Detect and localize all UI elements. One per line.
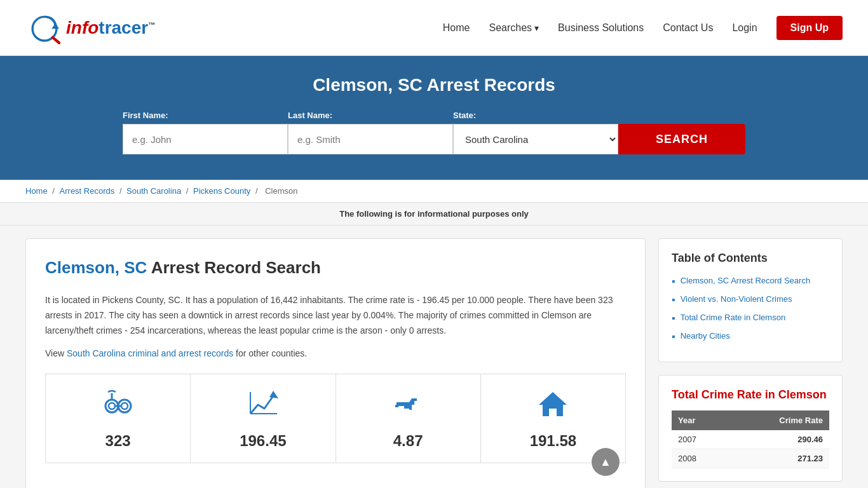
house-icon — [536, 387, 569, 426]
state-label: State: — [453, 111, 476, 120]
toc-link[interactable]: Clemson, SC Arrest Record Search — [681, 275, 810, 287]
crime-rate-box: Total Crime Rate in Clemson Year Crime R… — [658, 375, 843, 482]
toc-item: ▪Clemson, SC Arrest Record Search — [672, 275, 829, 287]
toc-items: ▪Clemson, SC Arrest Record Search▪Violen… — [672, 275, 829, 342]
svg-point-6 — [121, 403, 128, 409]
crime-rate-title: Total Crime Rate in Clemson — [672, 388, 829, 402]
nav-searches[interactable]: Searches — [489, 22, 539, 34]
main-nav: Home Searches Business Solutions Contact… — [443, 16, 843, 40]
stat-crimerate: 196.45 — [191, 374, 336, 463]
table-row: 2007290.46 — [672, 430, 829, 449]
toc-item: ▪Total Crime Rate in Clemson — [672, 312, 829, 324]
sc-records-link[interactable]: South Carolina criminal and arrest recor… — [67, 348, 233, 358]
handcuffs-icon — [102, 387, 135, 426]
toc-bullet-icon: ▪ — [672, 313, 675, 324]
stat-arrests-value: 323 — [105, 432, 131, 450]
svg-marker-9 — [269, 391, 278, 398]
main-content: Clemson, SC Arrest Record Search It is l… — [0, 226, 868, 488]
breadcrumb-sep1: / — [52, 186, 57, 196]
table-row: 2008271.23 — [672, 449, 829, 468]
firstname-label: First Name: — [123, 111, 168, 120]
breadcrumb: Home / Arrest Records / South Carolina /… — [0, 180, 868, 203]
breadcrumb-south-carolina[interactable]: South Carolina — [126, 186, 181, 196]
firstname-group: First Name: — [123, 111, 288, 154]
crime-rate-table: Year Crime Rate 2007290.462008271.23 — [672, 410, 829, 468]
stats-row: 323 196.45 — [45, 374, 626, 463]
toc-bullet-icon: ▪ — [672, 276, 675, 287]
article-title-rest: Arrest Record Search — [151, 258, 321, 277]
nav-business[interactable]: Business Solutions — [558, 22, 644, 34]
stat-house-value: 191.58 — [530, 432, 576, 450]
stat-crimerate-value: 196.45 — [240, 432, 286, 450]
stat-arrests: 323 — [46, 374, 191, 463]
nav-contact[interactable]: Contact Us — [663, 22, 713, 34]
article-title-city: Clemson, — [45, 258, 119, 277]
year-cell: 2008 — [672, 449, 728, 468]
searches-chevron-icon — [534, 22, 539, 34]
lastname-label: Last Name: — [288, 111, 332, 120]
rate-cell: 290.46 — [728, 430, 829, 449]
toc-box: Table of Contents ▪Clemson, SC Arrest Re… — [658, 238, 843, 362]
toc-link[interactable]: Total Crime Rate in Clemson — [681, 312, 785, 323]
hero-title: Clemson, SC Arrest Records — [25, 75, 843, 95]
toc-link[interactable]: Violent vs. Non-Violent Crimes — [681, 294, 792, 305]
col-year: Year — [672, 410, 728, 430]
breadcrumb-sep2: / — [119, 186, 124, 196]
lastname-group: Last Name: — [288, 111, 453, 154]
svg-rect-14 — [549, 409, 557, 416]
signup-button[interactable]: Sign Up — [776, 16, 843, 40]
content-left: Clemson, SC Arrest Record Search It is l… — [25, 238, 646, 488]
breadcrumb-sep4: / — [255, 186, 260, 196]
state-group: State: AlabamaAlaskaArizonaArkansasCalif… — [453, 111, 618, 154]
content-right: Table of Contents ▪Clemson, SC Arrest Re… — [658, 238, 843, 488]
logo-tm: ™ — [148, 20, 155, 28]
gun-icon — [391, 387, 424, 426]
toc-link[interactable]: Nearby Cities — [681, 330, 730, 342]
svg-rect-12 — [409, 405, 412, 410]
logo[interactable]: infotracer™ — [25, 10, 155, 45]
stat-gun: 4.87 — [336, 374, 481, 463]
info-notice: The following is for informational purpo… — [0, 203, 868, 226]
logo-info: info — [66, 18, 98, 37]
search-form: First Name: Last Name: State: AlabamaAla… — [85, 111, 783, 154]
breadcrumb-sep3: / — [186, 186, 191, 196]
header: infotracer™ Home Searches Business Solut… — [0, 0, 868, 56]
scroll-top-button[interactable]: ▲ — [592, 448, 620, 476]
breadcrumb-pickens-county[interactable]: Pickens County — [193, 186, 250, 196]
year-cell: 2007 — [672, 430, 728, 449]
toc-item: ▪Violent vs. Non-Violent Crimes — [672, 294, 829, 306]
stat-gun-value: 4.87 — [393, 432, 423, 450]
nav-home[interactable]: Home — [443, 22, 470, 34]
toc-bullet-icon: ▪ — [672, 331, 675, 342]
nav-login[interactable]: Login — [732, 22, 757, 34]
search-button[interactable]: SEARCH — [618, 124, 745, 154]
toc-bullet-icon: ▪ — [672, 294, 675, 306]
rate-cell: 271.23 — [728, 449, 829, 468]
article-title: Clemson, SC Arrest Record Search — [45, 258, 626, 278]
logo-tracer: tracer — [98, 18, 148, 37]
svg-marker-1 — [51, 24, 59, 29]
svg-point-4 — [109, 403, 115, 409]
toc-item: ▪Nearby Cities — [672, 330, 829, 342]
breadcrumb-home[interactable]: Home — [25, 186, 48, 196]
lastname-input[interactable] — [288, 124, 453, 154]
chart-up-icon — [247, 387, 280, 426]
breadcrumb-clemson: Clemson — [265, 186, 297, 196]
svg-line-2 — [53, 37, 59, 43]
article-title-sc: SC — [124, 258, 147, 277]
article-body: It is located in Pickens County, SC. It … — [45, 293, 626, 338]
col-rate: Crime Rate — [728, 410, 829, 430]
toc-title: Table of Contents — [672, 252, 829, 265]
state-select[interactable]: AlabamaAlaskaArizonaArkansasCaliforniaCo… — [453, 124, 618, 154]
article-view-more: View South Carolina criminal and arrest … — [45, 348, 626, 358]
hero-section: Clemson, SC Arrest Records First Name: L… — [0, 56, 868, 180]
firstname-input[interactable] — [123, 124, 288, 154]
breadcrumb-arrest-records[interactable]: Arrest Records — [60, 186, 115, 196]
